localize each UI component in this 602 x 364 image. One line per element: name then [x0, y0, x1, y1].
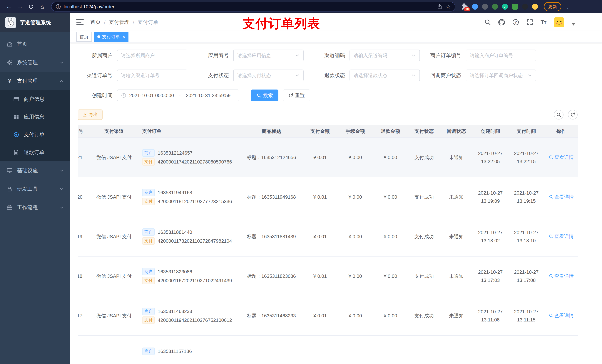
home-button[interactable]: ⌂ — [37, 1, 47, 12]
refresh-icon — [570, 112, 575, 117]
share-icon[interactable] — [437, 4, 442, 9]
briefcase-icon — [7, 205, 13, 210]
breadcrumb: 首页 / 支付管理 / 支付订单 — [90, 19, 159, 26]
chevron-down-icon — [60, 61, 64, 64]
search-button[interactable]: 搜索 — [251, 90, 279, 101]
font-size-icon[interactable]: TT — [540, 19, 547, 25]
site-info-icon[interactable]: ⓘ — [56, 3, 61, 10]
extensions-puzzle-icon[interactable]: 10 — [461, 3, 468, 10]
table-row: 商户1635311157186 — [78, 335, 578, 364]
filter-label-app-no: 应用编号 — [194, 52, 233, 59]
search-icon — [556, 112, 561, 117]
search-icon — [549, 195, 553, 199]
view-detail-link[interactable]: 查看详情 — [549, 233, 574, 240]
merchant-order-no-input[interactable] — [466, 50, 536, 62]
merchant-tag: 商户 — [142, 149, 155, 157]
monitor-icon — [7, 167, 13, 174]
tab-pay-order[interactable]: 支付订单 × — [94, 32, 129, 42]
extension-icon-blue[interactable] — [472, 4, 478, 10]
sidebar-item-payment[interactable]: ¥ 支付管理 — [0, 72, 70, 90]
refresh-icon — [288, 93, 293, 98]
browser-chrome: ← → ⌂ ⓘ localhost:1024/pay/order ☆ 10 ✓ … — [0, 0, 602, 13]
sidebar-item-dev-tools[interactable]: 研发工具 — [0, 180, 70, 198]
refresh-table-button[interactable] — [568, 110, 578, 119]
reload-button[interactable] — [26, 1, 36, 12]
github-icon[interactable] — [498, 19, 505, 26]
extension-icon-dark[interactable] — [522, 4, 528, 10]
channel-order-no-input[interactable] — [117, 70, 187, 81]
channel-code-select[interactable]: 请输入渠道编码 — [350, 50, 420, 62]
url-bar[interactable]: ⓘ localhost:1024/pay/order ☆ — [51, 2, 455, 11]
extension-icon-smiley[interactable] — [532, 4, 538, 10]
sidebar-item-workflow[interactable]: 工作流程 — [0, 198, 70, 217]
fullscreen-icon[interactable] — [527, 19, 533, 26]
merchant-tag: 商户 — [142, 189, 155, 196]
bookmark-star-icon[interactable]: ☆ — [446, 4, 451, 10]
sidebar-item-home[interactable]: 首页 — [0, 35, 70, 53]
notify-status-select[interactable]: 请选择订单回调商户状态 — [466, 70, 536, 81]
dashboard-icon — [7, 41, 13, 47]
tags-view-bar: 首页 支付订单 × — [70, 31, 602, 43]
sidebar-item-refund-order[interactable]: 退款订单 — [0, 144, 70, 161]
view-detail-link[interactable]: 查看详情 — [549, 273, 574, 279]
tab-home[interactable]: 首页 — [76, 32, 92, 42]
pay-status-select[interactable]: 请选择支付状态 — [233, 70, 304, 81]
merchant-tag: 商户 — [142, 348, 155, 355]
create-time-range-picker[interactable]: 2021-10-01 00:00:00 - 2021-10-31 23:59:5… — [117, 90, 239, 101]
merchant-select-input[interactable] — [117, 50, 187, 62]
chevron-down-icon — [411, 53, 416, 58]
extension-icon-gray[interactable] — [482, 4, 488, 10]
app-logo[interactable]: 芋道管理系统 — [0, 13, 70, 32]
avatar-caret-icon[interactable] — [572, 23, 575, 26]
toggle-search-button[interactable] — [554, 110, 563, 119]
refund-status-select[interactable]: 请选择退款状态 — [350, 70, 420, 81]
filter-label-pay-status: 支付状态 — [194, 72, 233, 79]
sidebar-item-infrastructure[interactable]: 基础设施 — [0, 161, 70, 180]
sidebar-item-pay-order[interactable]: 支付订单 — [0, 126, 70, 144]
app-no-select[interactable]: 请选择应用信息 — [233, 50, 304, 62]
url-text: localhost:1024/pay/order — [64, 4, 434, 10]
forward-button[interactable]: → — [15, 1, 25, 12]
chevron-down-icon — [295, 73, 300, 78]
yen-icon: ¥ — [7, 78, 13, 84]
breadcrumb-payment[interactable]: 支付管理 — [109, 19, 129, 26]
sidebar-item-app-info[interactable]: 应用信息 — [0, 108, 70, 126]
breadcrumb-current: 支付订单 — [138, 19, 159, 26]
table-row: 118 微信 JSAPI 支付 商户1635311823086 支付420000… — [78, 256, 578, 296]
search-icon — [549, 274, 553, 278]
sidebar-item-merchant-info[interactable]: 商户信息 — [0, 90, 70, 108]
back-button[interactable]: ← — [4, 1, 14, 12]
table-row: 117 微信 JSAPI 支付 商户1635311468233 支付420000… — [78, 296, 578, 335]
top-navbar: 首页 / 支付管理 / 支付订单 TT — [70, 13, 602, 31]
extension-icon-check[interactable]: ✓ — [502, 4, 508, 10]
chevron-down-icon — [60, 168, 64, 173]
user-avatar[interactable] — [554, 17, 564, 27]
active-tab-dot — [97, 35, 100, 38]
browser-update-button[interactable]: 更新 — [544, 2, 561, 11]
view-detail-link[interactable]: 查看详情 — [549, 154, 574, 161]
table-row: 119 微信 JSAPI 支付 商户1635311881440 支付420000… — [78, 217, 578, 256]
filter-label-create-time: 创建时间 — [78, 92, 117, 99]
view-detail-link[interactable]: 查看详情 — [549, 194, 574, 200]
search-icon — [549, 234, 553, 239]
header-search-icon[interactable] — [484, 19, 491, 26]
question-icon[interactable] — [512, 19, 519, 26]
filter-label-channel-code: 渠道编码 — [310, 52, 350, 59]
breadcrumb-home[interactable]: 首页 — [90, 19, 101, 26]
card-icon — [13, 96, 19, 102]
extension-icon-green[interactable] — [492, 4, 498, 10]
export-button[interactable]: 导出 — [78, 110, 103, 120]
tab-close-icon[interactable]: × — [123, 34, 125, 39]
extension-icon-chat[interactable] — [512, 4, 518, 10]
browser-menu-icon[interactable]: ⋮ — [565, 3, 570, 10]
pay-tag: 支付 — [142, 316, 155, 324]
reset-button[interactable]: 重置 — [283, 90, 310, 101]
merchant-tag: 商户 — [142, 268, 155, 275]
pay-tag: 支付 — [142, 158, 155, 166]
logo-avatar — [5, 17, 16, 28]
sidebar-item-system[interactable]: 系统管理 — [0, 53, 70, 72]
date-end: 2021-10-31 23:59:59 — [186, 93, 230, 98]
view-detail-link[interactable]: 查看详情 — [549, 312, 574, 319]
pay-tag: 支付 — [142, 198, 155, 205]
hamburger-icon[interactable] — [76, 19, 84, 25]
